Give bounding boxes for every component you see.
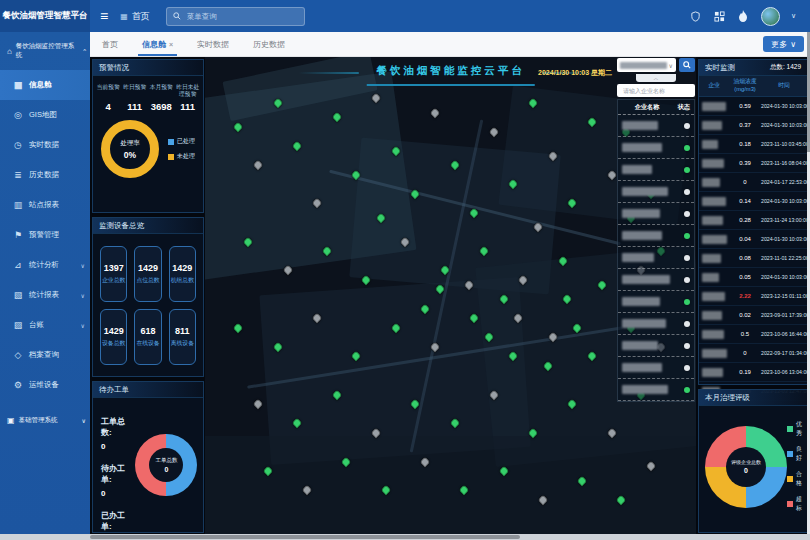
company-name-search-box[interactable] xyxy=(617,84,695,97)
device-stat-card: 1429设备总数 xyxy=(100,309,127,365)
status-dot-white xyxy=(684,255,690,261)
sidebar-section-label: 基础管理系统 xyxy=(19,416,58,425)
realtime-row[interactable]: 0.282023-11-24 13:00:00 xyxy=(699,211,807,230)
sidebar-item-label: 信息舱 xyxy=(29,80,52,90)
company-list-row[interactable] xyxy=(618,225,694,247)
user-avatar[interactable] xyxy=(761,7,780,26)
company-list-row[interactable] xyxy=(618,313,694,335)
tab-1[interactable]: 信息舱× xyxy=(130,32,185,56)
more-button[interactable]: 更多 ∨ xyxy=(763,36,804,52)
tab-3[interactable]: 历史数据 xyxy=(241,32,297,56)
legend-swatch xyxy=(787,451,793,457)
realtime-data-icon: ◷ xyxy=(13,140,23,150)
realtime-row[interactable]: 0.392023-11-16 08:04:00 xyxy=(699,154,807,173)
sidebar-item-alarm-manage[interactable]: ⚑预警管理 xyxy=(0,220,90,250)
map-marker-pin[interactable] xyxy=(252,398,263,409)
menu-search-input[interactable] xyxy=(185,11,298,22)
company-name-redacted xyxy=(702,197,726,206)
company-list-row[interactable] xyxy=(618,159,694,181)
sidebar-item-history-data[interactable]: ≣历史数据 xyxy=(0,160,90,190)
horizontal-scrollbar[interactable] xyxy=(0,534,810,540)
shield-icon[interactable] xyxy=(689,10,702,23)
company-list-row[interactable] xyxy=(618,357,694,379)
legend-label: 超标 xyxy=(796,495,802,513)
realtime-row[interactable]: 0.192023-10-06 13:04:00 xyxy=(699,363,807,382)
breadcrumb[interactable]: ▦ 首页 xyxy=(120,10,150,23)
chevron-down-icon: ∨ xyxy=(81,292,85,299)
device-stat-card: 1429机组总数 xyxy=(169,246,196,302)
horizontal-scrollbar-thumb[interactable] xyxy=(90,535,520,539)
sidebar-item-gis-map[interactable]: ◎GIS地图 xyxy=(0,100,90,130)
device-stat-value: 1397 xyxy=(104,263,124,273)
company-list-row[interactable] xyxy=(618,115,694,137)
sidebar-section-smoke-monitor-system[interactable]: ⌂ 餐饮油烟监控管理系统 ^ xyxy=(0,32,90,70)
company-list-row[interactable] xyxy=(618,181,694,203)
sidebar-section-base-manage-system[interactable]: ▣ 基础管理系统 ∨ xyxy=(0,406,90,435)
company-list-row[interactable] xyxy=(618,335,694,357)
realtime-row[interactable]: 2.222023-12-15 01:11:00 xyxy=(699,287,807,306)
sidebar-item-ops-device[interactable]: ⚙运维设备 xyxy=(0,370,90,400)
menu-search-box[interactable] xyxy=(166,7,305,26)
ledger-icon: ▨ xyxy=(13,320,23,330)
more-button-label: 更多 xyxy=(771,39,787,50)
company-name-redacted xyxy=(702,216,723,225)
chevron-down-icon: ∨ xyxy=(81,262,85,269)
chevron-down-icon: ∨ xyxy=(790,40,796,49)
realtime-row[interactable]: 02024-01-17 22:53:00 xyxy=(699,173,807,192)
tab-label: 实时数据 xyxy=(197,39,229,50)
realtime-row[interactable]: 0.042024-01-30 10:03:00 xyxy=(699,230,807,249)
company-list-row[interactable] xyxy=(618,247,694,269)
company-name-redacted xyxy=(702,273,719,282)
realtime-row[interactable]: 0.592024-01-30 10:03:00 xyxy=(699,97,807,116)
tabs: 首页信息舱×实时数据历史数据 xyxy=(90,32,297,56)
realtime-row[interactable]: 0.372024-01-30 10:03:00 xyxy=(699,116,807,135)
alarm-manage-icon: ⚑ xyxy=(13,230,23,240)
flame-icon[interactable] xyxy=(737,10,750,23)
process-rate-donut: 处理率 0% xyxy=(101,120,159,178)
density-value: 0 xyxy=(729,179,761,185)
reading-time: 2024-01-30 10:03:00 xyxy=(761,122,809,128)
hamburger-menu-icon[interactable]: ≡ xyxy=(100,8,108,24)
legend-item: 优秀 xyxy=(787,420,802,438)
device-stat-value: 811 xyxy=(175,326,190,336)
sidebar-item-ledger[interactable]: ▨台账∨ xyxy=(0,310,90,340)
legend-item: 已处理 xyxy=(168,137,195,146)
company-list-row[interactable] xyxy=(618,269,694,291)
sidebar-item-archive-query[interactable]: ◇档案查询 xyxy=(0,340,90,370)
realtime-row[interactable]: 0.52023-10-06 16:44:00 xyxy=(699,325,807,344)
top-bar: 餐饮油烟管理智慧平台 ≡ ▦ 首页 ∨ xyxy=(0,0,810,32)
device-stat-card: 1429点位总数 xyxy=(134,246,161,302)
company-name-input[interactable] xyxy=(621,87,691,95)
realtime-row[interactable]: 0.022023-09-01 17:39:00 xyxy=(699,306,807,325)
company-name-redacted xyxy=(622,121,658,130)
map-marker-pin[interactable] xyxy=(488,126,499,137)
realtime-row[interactable]: 0.052024-01-30 10:03:00 xyxy=(699,268,807,287)
sidebar-item-stat-analysis[interactable]: ⊿统计分析∨ xyxy=(0,250,90,280)
realtime-row[interactable]: 0.182023-11-10 03:45:00 xyxy=(699,135,807,154)
sidebar-item-info-cabin[interactable]: ▦信息舱 xyxy=(0,70,90,100)
device-overview-panel: 监测设备总览 1397企业总数1429点位总数1429机组总数1429设备总数6… xyxy=(92,217,204,377)
app-logo: 餐饮油烟管理智慧平台 xyxy=(0,0,90,32)
company-list-row[interactable] xyxy=(618,203,694,225)
tab-0[interactable]: 首页 xyxy=(90,32,130,56)
sidebar-item-stat-report[interactable]: ▧统计报表∨ xyxy=(0,280,90,310)
map-search-button[interactable] xyxy=(679,58,695,72)
company-list-row[interactable] xyxy=(618,379,694,401)
workorder-value: 0 xyxy=(101,442,135,451)
collapse-panel-button[interactable]: ︿ xyxy=(636,74,676,82)
company-list-row[interactable] xyxy=(618,137,694,159)
sidebar-item-realtime-data[interactable]: ◷实时数据 xyxy=(0,130,90,160)
sidebar-item-label: 统计分析 xyxy=(29,260,59,270)
map-marker-pin[interactable] xyxy=(233,322,244,333)
company-select[interactable]: ∨ xyxy=(617,58,676,72)
sidebar-item-station-report[interactable]: ▥站点报表 xyxy=(0,190,90,220)
tab-2[interactable]: 实时数据 xyxy=(185,32,241,56)
fullscreen-grid-icon[interactable] xyxy=(713,10,726,23)
chevron-down-icon[interactable]: ∨ xyxy=(791,12,796,20)
realtime-row[interactable]: 0.082023-11-01 22:25:00 xyxy=(699,249,807,268)
realtime-row[interactable]: 0.142024-01-30 10:03:00 xyxy=(699,192,807,211)
realtime-row[interactable]: 02022-09-17 01:34:00 xyxy=(699,344,807,363)
map-marker-pin[interactable] xyxy=(429,107,440,118)
company-list-row[interactable] xyxy=(618,291,694,313)
close-icon[interactable]: × xyxy=(169,41,173,48)
